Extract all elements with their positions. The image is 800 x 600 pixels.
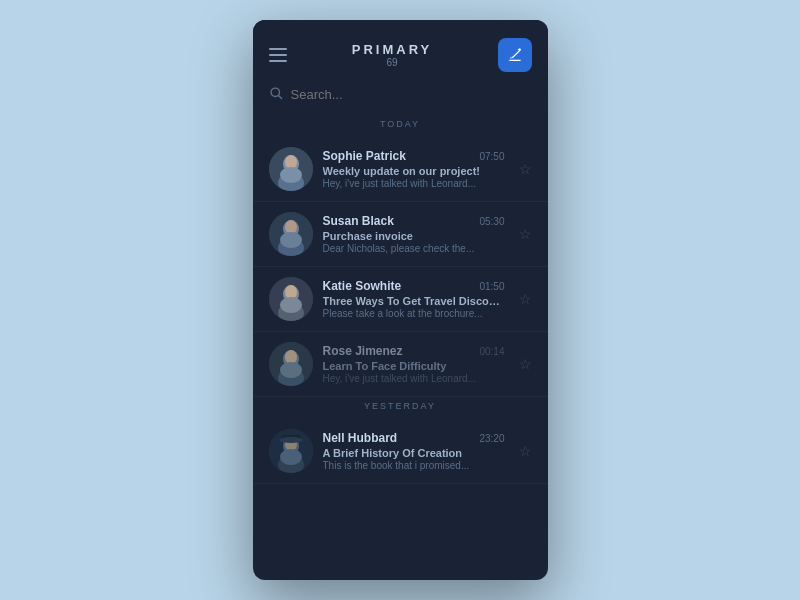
message-time: 00:14 <box>479 346 504 357</box>
avatar-sophie <box>269 147 313 191</box>
message-item-sophie[interactable]: Sophie Patrick 07:50 Weekly update on ou… <box>253 137 548 202</box>
star-button-rose[interactable]: ☆ <box>519 357 532 371</box>
message-subject: Purchase invoice <box>323 230 505 242</box>
message-item-susan[interactable]: Susan Black 05:30 Purchase invoice Dear … <box>253 202 548 267</box>
svg-point-21 <box>280 362 302 378</box>
header: PRIMARY 69 <box>253 20 548 78</box>
app-title: PRIMARY <box>352 42 432 57</box>
message-preview: Hey, i've just talked with Leonard... <box>323 373 505 384</box>
star-button-katie[interactable]: ☆ <box>519 292 532 306</box>
message-content-rose: Rose Jimenez 00:14 Learn To Face Difficu… <box>323 344 505 384</box>
phone-container: PRIMARY 69 TODAY <box>253 20 548 580</box>
compose-button[interactable] <box>498 38 532 72</box>
avatar-rose <box>269 342 313 386</box>
sender-name: Katie Sowhite <box>323 279 402 293</box>
svg-point-15 <box>285 285 297 299</box>
header-center: PRIMARY 69 <box>352 42 432 68</box>
sender-name: Sophie Patrick <box>323 149 406 163</box>
search-bar <box>253 78 548 115</box>
message-preview: This is the book that i promised... <box>323 460 505 471</box>
star-button-susan[interactable]: ☆ <box>519 227 532 241</box>
svg-point-20 <box>285 350 297 364</box>
svg-point-6 <box>280 167 302 183</box>
svg-point-16 <box>280 297 302 313</box>
avatar-nell <box>269 429 313 473</box>
message-time: 05:30 <box>479 216 504 227</box>
message-time: 01:50 <box>479 281 504 292</box>
unread-badge: 69 <box>352 57 432 68</box>
message-item-nell[interactable]: Nell Hubbard 23:20 A Brief History Of Cr… <box>253 419 548 484</box>
message-preview: Hey, i've just talked with Leonard... <box>323 178 505 189</box>
search-icon <box>269 86 283 103</box>
message-subject: Three Ways To Get Travel Discounts <box>323 295 505 307</box>
avatar-katie <box>269 277 313 321</box>
svg-point-5 <box>285 155 297 169</box>
search-input[interactable] <box>291 87 532 102</box>
message-time: 23:20 <box>479 433 504 444</box>
message-content-sophie: Sophie Patrick 07:50 Weekly update on ou… <box>323 149 505 189</box>
compose-icon <box>507 47 523 63</box>
message-time: 07:50 <box>479 151 504 162</box>
star-button-nell[interactable]: ☆ <box>519 444 532 458</box>
svg-point-11 <box>280 232 302 248</box>
svg-point-26 <box>280 449 302 465</box>
message-item-katie[interactable]: Katie Sowhite 01:50 Three Ways To Get Tr… <box>253 267 548 332</box>
sender-name: Rose Jimenez <box>323 344 403 358</box>
sender-name: Nell Hubbard <box>323 431 398 445</box>
message-content-nell: Nell Hubbard 23:20 A Brief History Of Cr… <box>323 431 505 471</box>
avatar-susan <box>269 212 313 256</box>
star-button-sophie[interactable]: ☆ <box>519 162 532 176</box>
message-preview: Dear Nicholas, please check the... <box>323 243 505 254</box>
svg-point-28 <box>279 437 303 443</box>
sender-name: Susan Black <box>323 214 394 228</box>
message-subject: Learn To Face Difficulty <box>323 360 505 372</box>
section-label-yesterday: YESTERDAY <box>253 397 548 419</box>
message-content-susan: Susan Black 05:30 Purchase invoice Dear … <box>323 214 505 254</box>
section-label-today: TODAY <box>253 115 548 137</box>
message-content-katie: Katie Sowhite 01:50 Three Ways To Get Tr… <box>323 279 505 319</box>
menu-icon[interactable] <box>269 48 287 62</box>
message-list: TODAY Sophie Patrick 07:50 Weekly update… <box>253 115 548 580</box>
message-preview: Please take a look at the brochure... <box>323 308 505 319</box>
message-subject: A Brief History Of Creation <box>323 447 505 459</box>
message-item-rose[interactable]: Rose Jimenez 00:14 Learn To Face Difficu… <box>253 332 548 397</box>
svg-line-1 <box>278 95 281 98</box>
message-subject: Weekly update on our project! <box>323 165 505 177</box>
svg-point-10 <box>285 220 297 234</box>
